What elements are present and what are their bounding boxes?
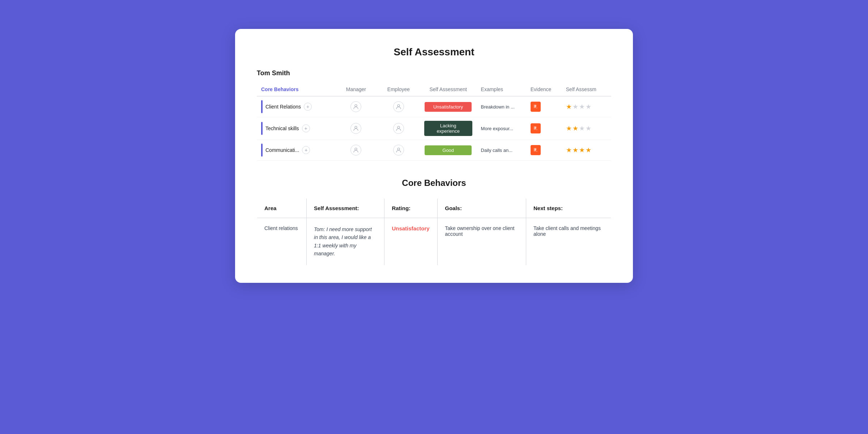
manager-avatar xyxy=(350,101,361,112)
evidence-cell-2 xyxy=(526,140,562,161)
badge-cell-0: Unsatisfactory xyxy=(420,96,477,117)
examples-cell-0: Breakdown in ... xyxy=(477,96,526,117)
star-empty: ★ xyxy=(579,103,585,111)
core-behaviors-title: Core Behaviors xyxy=(257,178,611,188)
svg-point-9 xyxy=(397,148,400,150)
blue-bar xyxy=(261,100,263,113)
star-filled: ★ xyxy=(566,124,572,132)
svg-point-3 xyxy=(536,107,537,109)
svg-point-7 xyxy=(536,129,537,131)
main-card: Self Assessment Tom Smith Core Behaviors… xyxy=(235,29,633,283)
detail-table: Area Self Assessment: Rating: Goals: Nex… xyxy=(257,198,611,265)
rating-badge: Lacking experience xyxy=(424,121,472,136)
manager-cell-1 xyxy=(335,117,378,140)
manager-avatar xyxy=(350,145,361,156)
col-header-self-assessment2: Self Assessm xyxy=(562,83,611,96)
detail-self-0: Tom: I need more support in this area, I… xyxy=(307,218,384,265)
behavior-name: Technical skills xyxy=(265,125,299,131)
behavior-name: Communicati... xyxy=(265,147,299,153)
behavior-cell-1: Technical skills + xyxy=(257,117,335,140)
col-header-employee: Employee xyxy=(377,83,420,96)
detail-area-0: Client relations xyxy=(257,218,307,265)
detail-col-self: Self Assessment: xyxy=(307,199,384,218)
detail-col-next: Next steps: xyxy=(526,199,611,218)
add-icon[interactable]: + xyxy=(304,103,312,111)
col-header-behavior: Core Behaviors xyxy=(257,83,335,96)
star-filled: ★ xyxy=(573,146,578,154)
rating-badge: Unsatisfactory xyxy=(425,102,472,112)
blue-bar xyxy=(261,122,263,135)
behavior-name: Client Relations xyxy=(265,104,301,110)
detail-goals-0: Take ownership over one client account xyxy=(438,218,526,265)
svg-point-8 xyxy=(355,148,357,150)
evidence-icon[interactable] xyxy=(531,102,541,112)
examples-text: Daily calls an... xyxy=(481,148,512,153)
employee-name: Tom Smith xyxy=(257,69,611,77)
stars-cell-0: ★★★★ xyxy=(562,96,611,117)
stars-cell-1: ★★★★ xyxy=(562,117,611,140)
blue-bar xyxy=(261,144,263,157)
detail-col-rating: Rating: xyxy=(384,199,438,218)
star-filled: ★ xyxy=(579,146,585,154)
svg-point-1 xyxy=(397,105,400,107)
employee-cell-1 xyxy=(377,117,420,140)
manager-avatar xyxy=(350,123,361,134)
svg-point-11 xyxy=(536,150,537,152)
evidence-cell-0 xyxy=(526,96,562,117)
overview-row: Client Relations + xyxy=(257,96,611,117)
star-empty: ★ xyxy=(579,124,585,132)
examples-text: More exposur... xyxy=(481,126,514,131)
star-filled: ★ xyxy=(573,124,578,132)
evidence-cell-1 xyxy=(526,117,562,140)
employee-cell-0 xyxy=(377,96,420,117)
overview-row: Technical skills + xyxy=(257,117,611,140)
behavior-cell-2: Communicati... + xyxy=(257,140,335,161)
behavior-cell-0: Client Relations + xyxy=(257,96,335,117)
employee-avatar xyxy=(393,145,404,156)
svg-point-0 xyxy=(355,105,357,107)
col-header-self-assessment: Self Assessment xyxy=(420,83,477,96)
star-filled: ★ xyxy=(566,146,572,154)
page-title: Self Assessment xyxy=(257,46,611,58)
star-empty: ★ xyxy=(573,103,578,111)
employee-avatar xyxy=(393,101,404,112)
examples-cell-2: Daily calls an... xyxy=(477,140,526,161)
star-filled: ★ xyxy=(586,146,591,154)
examples-cell-1: More exposur... xyxy=(477,117,526,140)
employee-cell-2 xyxy=(377,140,420,161)
star-filled: ★ xyxy=(566,103,572,111)
star-empty: ★ xyxy=(586,103,591,111)
detail-col-area: Area xyxy=(257,199,307,218)
overview-table: Core Behaviors Manager Employee Self Ass… xyxy=(257,83,611,161)
overview-row: Communicati... + xyxy=(257,140,611,161)
employee-avatar xyxy=(393,123,404,134)
detail-col-goals: Goals: xyxy=(438,199,526,218)
evidence-icon[interactable] xyxy=(531,145,541,155)
col-header-evidence: Evidence xyxy=(526,83,562,96)
detail-next-0: Take client calls and meetings alone xyxy=(526,218,611,265)
manager-cell-2 xyxy=(335,140,378,161)
stars-cell-2: ★★★★ xyxy=(562,140,611,161)
badge-cell-2: Good xyxy=(420,140,477,161)
manager-cell-0 xyxy=(335,96,378,117)
add-icon[interactable]: + xyxy=(302,146,310,154)
detail-row: Client relations Tom: I need more suppor… xyxy=(257,218,611,265)
col-header-manager: Manager xyxy=(335,83,378,96)
col-header-examples: Examples xyxy=(477,83,526,96)
overview-section: Core Behaviors Manager Employee Self Ass… xyxy=(257,83,611,161)
detail-rating-0: Unsatisfactory xyxy=(384,218,438,265)
svg-point-4 xyxy=(355,126,357,128)
rating-badge: Good xyxy=(425,145,472,155)
svg-point-5 xyxy=(397,126,400,128)
add-icon[interactable]: + xyxy=(302,124,310,132)
examples-text: Breakdown in ... xyxy=(481,104,515,110)
badge-cell-1: Lacking experience xyxy=(420,117,477,140)
star-empty: ★ xyxy=(586,124,591,132)
evidence-icon[interactable] xyxy=(531,123,541,133)
